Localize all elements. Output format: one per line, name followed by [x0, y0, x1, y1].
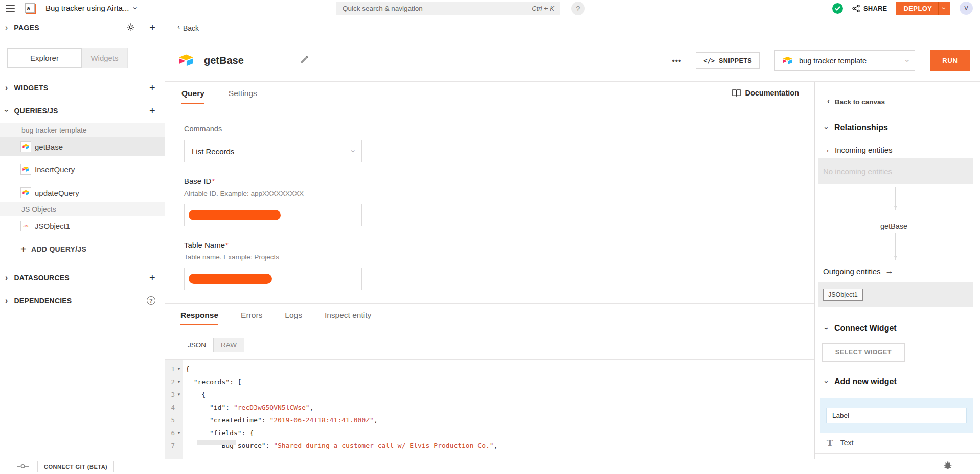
deploy-chevron-down-icon[interactable]: › [939, 5, 950, 12]
input-widget-preview-card[interactable] [820, 398, 973, 433]
app-title[interactable]: Bug tracker using Airta... [45, 4, 129, 12]
add-widget-button[interactable]: + [149, 83, 155, 93]
add-page-button[interactable]: + [149, 22, 155, 33]
select-widget-button[interactable]: SELECT WIDGET [822, 343, 905, 362]
pages-label: PAGES [14, 23, 39, 32]
widget-preview-input[interactable] [826, 408, 967, 423]
pages-header[interactable]: › PAGES + [0, 16, 165, 39]
relationships-section-header[interactable]: › Relationships [826, 123, 888, 132]
sidebar-item-jsobject1[interactable]: JS JSObject1 [0, 216, 165, 235]
snippets-button[interactable]: </> SNIPPETS [696, 52, 760, 69]
format-raw-tab[interactable]: RAW [214, 338, 244, 352]
pages-settings-gear-icon[interactable] [127, 23, 135, 33]
user-avatar[interactable]: V [960, 2, 973, 15]
command-select[interactable]: List Records › [184, 140, 362, 162]
debug-bug-icon[interactable] [942, 460, 953, 473]
query-pane: Query Settings Documentation Commands Li… [165, 82, 815, 459]
fold-spacer [175, 401, 183, 414]
queries-chevron-down-icon[interactable]: › [3, 109, 11, 112]
datasource-selector[interactable]: bug tracker template › [774, 50, 915, 71]
tab-explorer[interactable]: Explorer [7, 48, 82, 68]
tab-logs[interactable]: Logs [285, 311, 302, 324]
table-name-input[interactable] [184, 268, 362, 290]
format-json-tab[interactable]: JSON [180, 338, 214, 352]
add-query-js-button[interactable]: + ADD QUERY/JS [0, 241, 165, 258]
tab-query[interactable]: Query [181, 89, 204, 104]
top-bar-actions: SHARE DEPLOY › V [832, 0, 973, 16]
current-entity-node[interactable]: getBase [815, 222, 973, 230]
panel-divider [815, 453, 980, 454]
fold-arrow-icon[interactable]: ▾ [175, 426, 183, 439]
code-line: 4 "id": "recD3wG5QVN5lCWse", [165, 401, 814, 414]
book-icon [732, 89, 741, 97]
search-shortcut-hint: Ctrl + K [532, 5, 554, 12]
query-name[interactable]: getBase [204, 55, 244, 66]
outgoing-entities-label: Outgoing entities → [823, 267, 894, 276]
fold-arrow-icon[interactable]: ▾ [175, 388, 183, 401]
base-id-input[interactable] [184, 204, 362, 226]
top-bar: a_ Bug tracker using Airta... › Quick se… [0, 0, 980, 16]
sidebar-item-updatequery[interactable]: updateQuery [0, 183, 165, 202]
code-line-text: { [183, 363, 190, 375]
pages-chevron-right-icon[interactable]: › [5, 23, 8, 32]
tab-response[interactable]: Response [180, 311, 218, 325]
tab-settings[interactable]: Settings [229, 89, 257, 103]
share-button[interactable]: SHARE [852, 5, 887, 12]
fold-spacer [175, 439, 183, 452]
fold-arrow-icon[interactable]: ▾ [175, 375, 183, 388]
code-line-text: "createdTime": "2019-06-24T18:41:41.000Z… [183, 414, 378, 426]
sidebar-item-getbase[interactable]: getBase [0, 137, 165, 156]
fold-arrow-icon[interactable]: ▾ [175, 363, 183, 375]
tab-errors[interactable]: Errors [241, 311, 262, 324]
line-gutter[interactable]: 2▾ [165, 375, 183, 388]
code-editor[interactable]: 1▾{2▾ "records": [3▾ {4 "id": "recD3wG5Q… [165, 359, 814, 459]
widgets-label: WIDGETS [14, 84, 49, 92]
query-header-actions: ••• </> SNIPPETS bug tracker template › [672, 50, 970, 71]
line-gutter[interactable]: 6▾ [165, 426, 183, 439]
text-widget-item[interactable]: T Text [820, 434, 973, 452]
add-datasource-button[interactable]: + [149, 273, 155, 283]
add-new-widget-section-header[interactable]: › Add new widget [826, 377, 897, 386]
add-query-plus-button[interactable]: + [149, 106, 155, 116]
back-button[interactable]: › Back [177, 24, 199, 32]
dependencies-chevron-right-icon[interactable]: › [5, 297, 8, 305]
app-window: a_ Bug tracker using Airta... › Quick se… [0, 0, 980, 474]
edit-name-pencil-icon[interactable] [300, 56, 308, 66]
tab-widgets[interactable]: Widgets [82, 48, 127, 68]
more-options-icon[interactable]: ••• [672, 56, 682, 65]
quick-search-input[interactable]: Quick search & navigation Ctrl + K [336, 2, 560, 15]
help-icon[interactable]: ? [571, 2, 585, 15]
app-title-chevron-down-icon[interactable]: › [131, 7, 140, 9]
sidebar-item-label: updateQuery [35, 188, 79, 197]
queries-label: QUERIES/JS [14, 107, 58, 115]
outgoing-entity-chip[interactable]: JSObject1 [823, 289, 863, 301]
deploy-button[interactable]: DEPLOY › [896, 2, 950, 15]
required-asterisk: * [212, 177, 215, 185]
queries-section-header[interactable]: › QUERIES/JS + [0, 102, 165, 119]
dependencies-help-icon[interactable]: ? [147, 296, 155, 305]
dependencies-section-header[interactable]: › DEPENDENCIES ? [0, 292, 165, 309]
datasources-section-header[interactable]: › DATASOURCES + [0, 269, 165, 286]
line-gutter[interactable]: 5 [165, 414, 183, 426]
datasources-chevron-right-icon[interactable]: › [5, 274, 8, 282]
line-gutter[interactable]: 1▾ [165, 363, 183, 375]
line-gutter[interactable]: 4 [165, 401, 183, 414]
line-gutter[interactable]: 3▾ [165, 388, 183, 401]
code-line: 3▾ { [165, 388, 814, 401]
run-button[interactable]: RUN [930, 50, 970, 71]
hamburger-menu-icon[interactable] [6, 5, 15, 12]
flow-arrow-down [895, 233, 896, 260]
connect-widget-section-header[interactable]: › Connect Widget [826, 324, 897, 333]
line-gutter[interactable]: 7 [165, 439, 183, 452]
tab-inspect-entity[interactable]: Inspect entity [325, 311, 371, 324]
back-to-canvas-button[interactable]: › Back to canvas [827, 98, 885, 106]
documentation-link[interactable]: Documentation [732, 89, 799, 97]
sidebar-item-insertquery[interactable]: InsertQuery [0, 159, 165, 179]
widgets-section-header[interactable]: › WIDGETS + [0, 79, 165, 96]
flow-arrow-down [895, 187, 896, 210]
connect-git-button[interactable]: CONNECT GIT (BETA) [37, 461, 114, 472]
horizontal-scrollbar[interactable] [197, 440, 236, 445]
datasources-label: DATASOURCES [14, 274, 70, 282]
back-chevron-left-icon: › [827, 99, 830, 106]
widgets-chevron-right-icon[interactable]: › [5, 84, 8, 92]
